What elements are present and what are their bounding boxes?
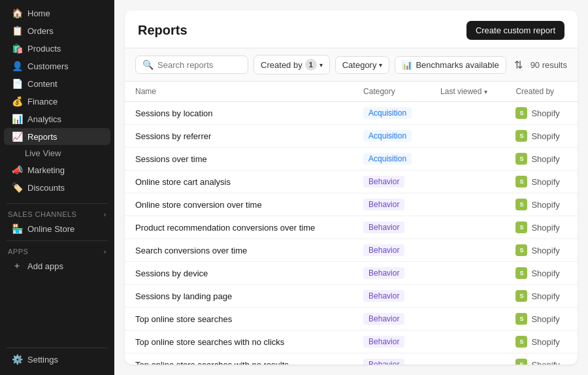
row-category: Acquisition (353, 125, 430, 148)
sort-button[interactable]: ⇅ (512, 56, 525, 74)
row-created-by: S Shopify (505, 171, 578, 193)
shopify-label: Shopify (531, 177, 559, 187)
sidebar-divider-1 (7, 203, 108, 204)
sidebar-item-finance[interactable]: 💰 Finance (4, 93, 110, 110)
row-last-viewed (430, 216, 505, 239)
sidebar-item-settings[interactable]: ⚙️ Settings (4, 351, 110, 368)
shopify-icon: S (515, 199, 527, 210)
create-custom-report-button[interactable]: Create custom report (466, 21, 564, 40)
table-row[interactable]: Top online store searches Behavior S Sho… (125, 308, 578, 331)
sidebar-item-customers[interactable]: 👤 Customers (4, 57, 110, 74)
shopify-icon: S (515, 336, 527, 348)
shopify-icon: S (515, 221, 527, 233)
row-name: Top online store searches (125, 308, 353, 331)
table-row[interactable]: Sessions by landing page Behavior S Shop… (125, 285, 578, 308)
table-row[interactable]: Sessions by device Behavior S Shopify (125, 262, 578, 285)
col-name: Name (125, 82, 353, 102)
expand-icon[interactable]: › (104, 210, 106, 218)
chevron-down-icon-2: ▾ (379, 61, 382, 69)
row-last-viewed (430, 171, 505, 193)
shopify-icon: S (515, 359, 527, 365)
search-input[interactable] (157, 60, 241, 70)
row-name: Search conversions over time (125, 239, 353, 262)
row-created-by: S Shopify (505, 216, 578, 239)
row-name: Online store conversion over time (125, 193, 353, 216)
sidebar-item-reports[interactable]: 📈 Reports (4, 128, 110, 145)
table-row[interactable]: Top online store searches with no clicks… (125, 331, 578, 353)
row-category: Behavior (353, 216, 430, 239)
shopify-icon: S (515, 153, 527, 165)
expand-apps-icon[interactable]: › (104, 248, 106, 255)
shopify-icon: S (515, 244, 527, 256)
row-category: Behavior (353, 262, 430, 285)
sidebar-item-marketing[interactable]: 📣 Marketing (4, 161, 110, 178)
shopify-label: Shopify (531, 314, 559, 324)
search-box[interactable]: 🔍 (135, 56, 248, 74)
row-created-by: S Shopify (505, 102, 578, 125)
shopify-label: Shopify (531, 131, 559, 141)
shopify-label: Shopify (531, 200, 559, 210)
row-name: Sessions by device (125, 262, 353, 285)
sort-icon: ⇅ (514, 59, 523, 71)
row-last-viewed (430, 353, 505, 365)
row-created-by: S Shopify (505, 308, 578, 331)
sidebar-item-content[interactable]: 📄 Content (4, 75, 110, 92)
shopify-label: Shopify (531, 223, 559, 233)
table-row[interactable]: Online store conversion over time Behavi… (125, 193, 578, 216)
table-row[interactable]: Sessions by location Acquisition S Shopi… (125, 102, 578, 125)
reports-icon: 📈 (12, 131, 22, 142)
created-by-filter[interactable]: Created by 1 ▾ (253, 55, 330, 74)
page-title: Reports (138, 23, 188, 38)
row-category: Behavior (353, 193, 430, 216)
settings-icon: ⚙️ (12, 354, 22, 365)
row-last-viewed (430, 308, 505, 331)
col-created-by: Created by (505, 82, 578, 102)
row-last-viewed (430, 262, 505, 285)
sidebar-item-online-store[interactable]: 🏪 Online Store (4, 220, 110, 237)
col-last-viewed[interactable]: Last viewed ▾ (430, 82, 505, 102)
sidebar-divider-2 (7, 240, 108, 241)
table-row[interactable]: Search conversions over time Behavior S … (125, 239, 578, 262)
table-row[interactable]: Online store cart analysis Behavior S Sh… (125, 171, 578, 193)
shopify-label: Shopify (531, 246, 559, 255)
row-created-by: S Shopify (505, 148, 578, 171)
category-filter[interactable]: Category ▾ (335, 56, 390, 74)
sidebar-item-analytics[interactable]: 📊 Analytics (4, 110, 110, 127)
shopify-label: Shopify (531, 291, 559, 301)
apps-label: Apps › (0, 244, 114, 257)
table-row[interactable]: Sessions by referrer Acquisition S Shopi… (125, 125, 578, 148)
sidebar-item-orders[interactable]: 📋 Orders (4, 22, 110, 39)
shopify-label: Shopify (531, 360, 559, 365)
sidebar-divider-3 (7, 348, 108, 348)
row-name: Product recommendation conversions over … (125, 216, 353, 239)
content-icon: 📄 (12, 78, 22, 89)
table-row[interactable]: Sessions over time Acquisition S Shopify (125, 148, 578, 171)
sidebar-item-home[interactable]: 🏠 Home (4, 5, 110, 22)
sidebar-item-products[interactable]: 🛍️ Products (4, 40, 110, 57)
created-by-badge: 1 (305, 59, 317, 71)
shopify-icon: S (515, 290, 527, 302)
table-row[interactable]: Top online store searches with no result… (125, 353, 578, 365)
benchmarks-icon: 📊 (402, 60, 412, 70)
customers-icon: 👤 (12, 61, 22, 71)
row-name: Sessions by referrer (125, 125, 353, 148)
col-category: Category (353, 82, 430, 102)
row-last-viewed (430, 331, 505, 353)
shopify-label: Shopify (531, 108, 559, 118)
row-last-viewed (430, 125, 505, 148)
row-name: Sessions over time (125, 148, 353, 171)
sidebar-item-live-view[interactable]: Live View (4, 146, 110, 161)
row-category: Behavior (353, 239, 430, 262)
benchmarks-button[interactable]: 📊 Benchmarks available (395, 56, 506, 74)
row-category: Acquisition (353, 148, 430, 171)
shopify-icon: S (515, 267, 527, 279)
marketing-icon: 📣 (12, 165, 22, 175)
shopify-icon: S (515, 130, 527, 142)
products-icon: 🛍️ (12, 43, 22, 54)
table-row[interactable]: Product recommendation conversions over … (125, 216, 578, 239)
sidebar-item-discounts[interactable]: 🏷️ Discounts (4, 179, 110, 196)
row-category: Behavior (353, 353, 430, 365)
row-name: Sessions by location (125, 102, 353, 125)
row-created-by: S Shopify (505, 262, 578, 285)
sidebar-item-add-apps[interactable]: ＋ Add apps (4, 257, 110, 274)
